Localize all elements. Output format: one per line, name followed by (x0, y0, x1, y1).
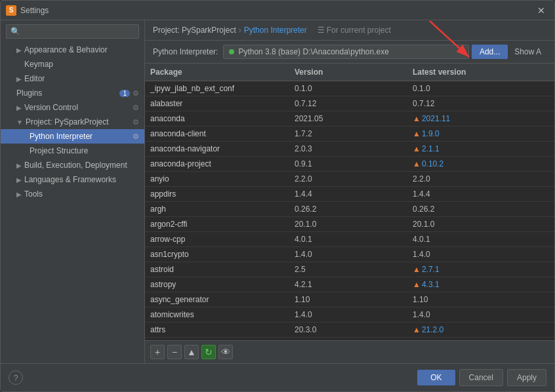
plugin-config-icon: ⚙ (133, 89, 139, 98)
cell-latest: 20.1.0 (407, 218, 554, 230)
cell-package: astroid (145, 264, 289, 275)
cell-version: 0.26.2 (289, 203, 407, 215)
table-row[interactable]: atomicwrites1.4.01.4.0 (145, 307, 554, 323)
refresh-button[interactable]: ↻ (201, 345, 216, 359)
interpreter-value: Python 3.8 (base) D:\Anaconda\python.exe (238, 47, 388, 56)
right-panel: Project: PySparkProject › Python Interpr… (145, 20, 554, 363)
expand-icon: ▶ (16, 75, 22, 83)
settings-window: S Settings ✕ 🔍 ▶ Appearance & Behavior K… (0, 0, 555, 392)
cell-version: 2.2.0 (289, 173, 407, 185)
cell-latest: 0.7.12 (407, 98, 554, 109)
ok-button[interactable]: OK (417, 370, 455, 385)
table-row[interactable]: anaconda-navigator2.0.3▲2.1.1 (145, 142, 554, 157)
sidebar-item-label: Python Interpreter (30, 132, 92, 141)
cell-package: alabaster (145, 98, 289, 109)
sidebar-item-label: Editor (24, 74, 45, 83)
breadcrumb: Project: PySparkProject › Python Interpr… (145, 20, 554, 41)
table-header: Package Version Latest version (145, 64, 554, 81)
sidebar-item-project[interactable]: ▼ Project: PySparkProject ⚙ (1, 115, 144, 129)
sidebar-item-editor[interactable]: ▶ Editor (1, 71, 144, 86)
col-header-version: Version (289, 66, 407, 78)
up-arrow-icon: ▲ (413, 114, 421, 123)
interpreter-label: Python Interpreter: (153, 47, 218, 56)
sidebar-item-build[interactable]: ▶ Build, Execution, Deployment (1, 158, 144, 172)
plugin-badge: 1 (119, 90, 130, 97)
sidebar-item-label: Keymap (24, 60, 53, 69)
table-row[interactable]: async_generator1.101.10 (145, 292, 554, 307)
sidebar-item-project-structure[interactable]: Project Structure (1, 144, 144, 158)
cancel-button[interactable]: Cancel (459, 369, 503, 386)
expand-icon: ▶ (16, 176, 22, 184)
sidebar-item-version-control[interactable]: ▶ Version Control ⚙ (1, 100, 144, 115)
eye-button[interactable]: 👁 (218, 345, 233, 359)
table-row[interactable]: argh0.26.20.26.2 (145, 202, 554, 217)
table-row[interactable]: anyio2.2.02.2.0 (145, 172, 554, 187)
cell-version: 20.3.0 (289, 324, 407, 336)
sidebar-item-label: Project: PySparkProject (26, 117, 109, 127)
table-row[interactable]: asn1crypto1.4.01.4.0 (145, 247, 554, 262)
cell-package: astropy (145, 279, 289, 290)
cell-latest: ▲4.3.1 (407, 279, 554, 290)
cell-latest: 1.4.0 (407, 309, 554, 321)
cell-version: 1.4.4 (289, 188, 407, 200)
search-input[interactable] (23, 27, 134, 36)
table-row[interactable]: _ipyw_jlab_nb_ext_conf0.1.00.1.0 (145, 81, 554, 96)
table-row[interactable]: appdirs1.4.41.4.4 (145, 187, 554, 202)
cell-latest: ▲2.1.1 (407, 143, 554, 155)
cell-package: anyio (145, 173, 289, 185)
table-row[interactable]: attrs20.3.0▲21.2.0 (145, 323, 554, 338)
sidebar-item-label: Tools (24, 189, 43, 199)
up-package-button[interactable]: ▲ (184, 345, 199, 359)
cell-package: _ipyw_jlab_nb_ext_conf (145, 83, 289, 94)
table-row[interactable]: alabaster0.7.120.7.12 (145, 96, 554, 111)
sidebar-item-plugins[interactable]: Plugins 1 ⚙ (1, 86, 144, 100)
add-package-button[interactable]: + (150, 345, 165, 359)
close-button[interactable]: ✕ (533, 4, 549, 17)
breadcrumb-separator: › (239, 26, 241, 35)
table-row[interactable]: astroid2.5▲2.7.1 (145, 262, 554, 277)
interpreter-icon: ⚙ (133, 132, 139, 141)
cell-package: anaconda-navigator (145, 143, 289, 155)
cell-package: async_generator (145, 294, 289, 305)
cell-latest: ▲21.2.0 (407, 324, 554, 336)
cell-package: anaconda (145, 113, 289, 125)
add-interpreter-button[interactable]: Add... (472, 45, 508, 59)
sidebar-item-languages[interactable]: ▶ Languages & Frameworks (1, 172, 144, 187)
cell-version: 4.0.1 (289, 233, 407, 245)
show-all-button[interactable]: Show A (509, 45, 546, 59)
sidebar-item-python-interpreter[interactable]: Python Interpreter ⚙ (1, 129, 144, 144)
cell-latest: 1.4.4 (407, 188, 554, 200)
vcs-icon: ⚙ (133, 104, 139, 112)
cell-package: arrow-cpp (145, 233, 289, 245)
help-button[interactable]: ? (9, 370, 23, 385)
title-bar: S Settings ✕ (1, 1, 554, 20)
table-row[interactable]: anaconda2021.05▲2021.11 (145, 111, 554, 127)
expand-icon: ▶ (16, 104, 22, 111)
breadcrumb-tab[interactable]: ☰ For current project (318, 26, 391, 35)
cell-latest: ▲1.9.0 (407, 128, 554, 140)
table-row[interactable]: anaconda-client1.7.2▲1.9.0 (145, 127, 554, 142)
sidebar-item-keymap[interactable]: Keymap (1, 57, 144, 71)
sidebar-item-tools[interactable]: ▶ Tools (1, 187, 144, 201)
table-row[interactable]: argon2-cffi20.1.020.1.0 (145, 217, 554, 232)
interpreter-select[interactable]: Python 3.8 (base) D:\Anaconda\python.exe (223, 45, 469, 59)
search-box[interactable]: 🔍 (6, 24, 139, 39)
cell-version: 4.2.1 (289, 279, 407, 290)
up-arrow-icon: ▲ (413, 265, 421, 274)
sidebar-item-appearance[interactable]: ▶ Appearance & Behavior (1, 43, 144, 57)
sidebar-item-label: Plugins (16, 88, 42, 98)
cell-package: anaconda-client (145, 128, 289, 140)
expand-icon: ▶ (16, 162, 22, 169)
tab-label: For current project (327, 26, 391, 35)
expand-icon: ▼ (16, 119, 23, 126)
cell-package: appdirs (145, 188, 289, 200)
table-row[interactable]: anaconda-project0.9.1▲0.10.2 (145, 157, 554, 172)
remove-package-button[interactable]: − (167, 345, 182, 359)
search-icon: 🔍 (10, 27, 20, 36)
table-row[interactable]: arrow-cpp4.0.14.0.1 (145, 232, 554, 247)
cell-package: attrs (145, 324, 289, 336)
expand-icon: ▶ (16, 47, 22, 54)
table-row[interactable]: astropy4.2.1▲4.3.1 (145, 277, 554, 292)
apply-button[interactable]: Apply (507, 369, 546, 386)
expand-icon: ▶ (16, 191, 22, 198)
